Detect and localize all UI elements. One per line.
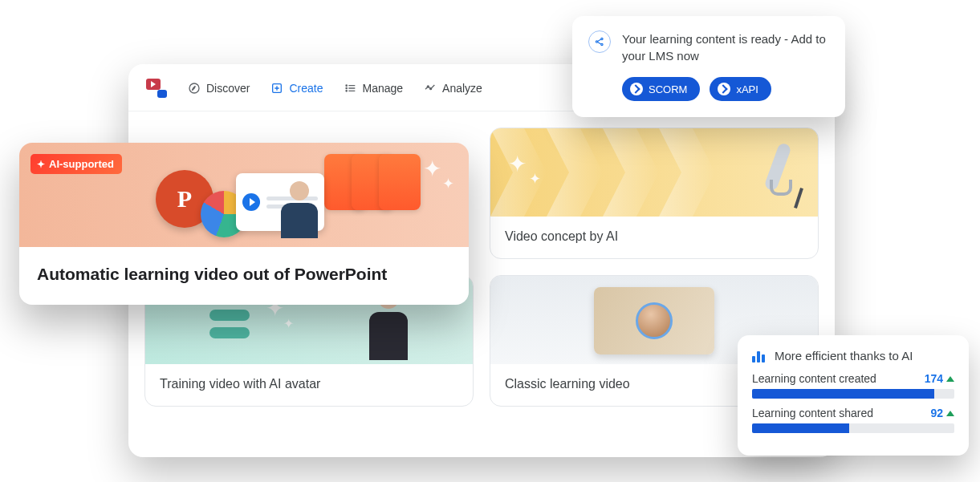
svg-marker-1 bbox=[192, 86, 195, 90]
compass-icon bbox=[188, 82, 201, 95]
svg-point-15 bbox=[601, 43, 603, 45]
svg-point-14 bbox=[601, 38, 603, 39]
share-icon bbox=[588, 30, 611, 53]
list-icon bbox=[344, 82, 357, 95]
svg-line-17 bbox=[598, 43, 601, 44]
nav-create[interactable]: Create bbox=[270, 82, 323, 95]
scorm-button[interactable]: SCORM bbox=[622, 77, 700, 101]
sparkle-icon: ✦ bbox=[442, 175, 454, 192]
card-title: Training video with AI avatar bbox=[145, 364, 473, 406]
robot-arm-illustration bbox=[726, 136, 807, 209]
share-message: Your learning content is ready - Add to … bbox=[622, 30, 829, 64]
nav-analyze-label: Analyze bbox=[442, 82, 482, 95]
arrow-right-circle-icon bbox=[630, 83, 643, 95]
slides-stack-illustration bbox=[339, 154, 421, 210]
scorm-label: SCORM bbox=[649, 83, 687, 95]
card-title: Video concept by AI bbox=[490, 217, 818, 258]
svg-point-13 bbox=[596, 41, 597, 43]
svg-point-11 bbox=[427, 86, 429, 87]
trend-up-icon bbox=[946, 376, 954, 382]
plus-square-icon bbox=[270, 82, 283, 95]
nav-manage[interactable]: Manage bbox=[344, 82, 404, 95]
nav-create-label: Create bbox=[289, 82, 323, 95]
svg-point-8 bbox=[346, 85, 347, 86]
card-hero: ✦ AI-supported ✦ ✦ P bbox=[19, 143, 469, 247]
trend-icon bbox=[424, 82, 437, 95]
stat-label: Learning content shared bbox=[752, 407, 873, 419]
card-hero: ✦ ✦ bbox=[490, 128, 818, 217]
stat-row: Learning content shared 92 bbox=[752, 407, 954, 433]
nav-analyze[interactable]: Analyze bbox=[424, 82, 482, 95]
trend-up-icon bbox=[946, 411, 954, 416]
presenter-illustration bbox=[276, 181, 323, 239]
svg-point-9 bbox=[346, 87, 347, 88]
stat-label: Learning content created bbox=[752, 372, 876, 385]
presenter-photo bbox=[594, 287, 714, 354]
nav-manage-label: Manage bbox=[363, 82, 404, 95]
stat-value: 174 bbox=[925, 372, 943, 385]
card-video-concept-ai[interactable]: ✦ ✦ Video concept by AI bbox=[490, 128, 819, 259]
stats-heading: More efficient thanks to AI bbox=[775, 349, 913, 363]
stat-row: Learning content created 174 bbox=[752, 372, 954, 399]
share-popover: Your learning content is ready - Add to … bbox=[572, 16, 845, 117]
svg-point-10 bbox=[346, 91, 347, 91]
svg-point-12 bbox=[430, 88, 432, 90]
sparkle-icon: ✦ bbox=[283, 316, 294, 331]
card-title: Automatic learning video out of PowerPoi… bbox=[19, 247, 469, 305]
bar-chart-icon bbox=[752, 348, 767, 363]
stat-value: 92 bbox=[930, 407, 943, 419]
svg-line-16 bbox=[598, 39, 601, 41]
xapi-label: xAPI bbox=[736, 83, 758, 95]
sparkle-icon: ✦ bbox=[423, 156, 441, 182]
nav-discover[interactable]: Discover bbox=[188, 82, 250, 95]
app-logo bbox=[144, 77, 167, 99]
stats-popover: More efficient thanks to AI Learning con… bbox=[738, 335, 969, 456]
ai-supported-badge: ✦ AI-supported bbox=[30, 154, 122, 174]
card-auto-video-from-powerpoint[interactable]: ✦ AI-supported ✦ ✦ P Automatic learning … bbox=[19, 143, 469, 305]
play-icon bbox=[242, 193, 260, 211]
sparkle-icon: ✦ bbox=[37, 159, 45, 170]
badge-label: AI-supported bbox=[49, 158, 114, 170]
xapi-button[interactable]: xAPI bbox=[710, 77, 771, 101]
stat-bar bbox=[752, 423, 954, 433]
stat-bar bbox=[752, 389, 954, 399]
arrow-right-circle-icon bbox=[718, 83, 730, 95]
nav-discover-label: Discover bbox=[206, 82, 250, 95]
